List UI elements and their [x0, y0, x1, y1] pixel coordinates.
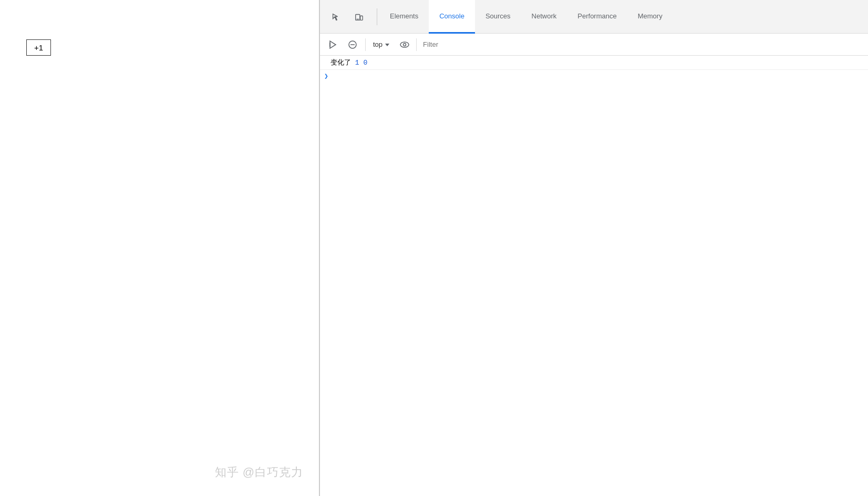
console-prompt-line[interactable]: ❯ [320, 70, 868, 82]
filter-input[interactable] [419, 38, 865, 51]
svg-point-9 [404, 43, 406, 46]
console-log-number-2: 0 [363, 59, 367, 67]
tab-sources[interactable]: Sources [475, 0, 521, 34]
tab-performance[interactable]: Performance [567, 0, 627, 34]
devtools-tab-bar: Elements Console Sources Network Perform… [320, 0, 868, 34]
live-expressions-button[interactable] [395, 36, 414, 53]
watermark: 知乎 @白巧克力 [215, 464, 303, 480]
console-log-text: 变化了 1 0 [320, 58, 367, 67]
execute-script-button[interactable] [323, 36, 342, 53]
svg-marker-7 [385, 44, 389, 46]
toolbar-divider [365, 38, 366, 51]
tab-divider [377, 8, 377, 25]
console-output: 变化了 1 0 ❯ [320, 56, 868, 496]
devtools-panel: Elements Console Sources Network Perform… [319, 0, 868, 496]
tab-network[interactable]: Network [521, 0, 567, 34]
tab-elements[interactable]: Elements [379, 0, 429, 34]
svg-point-8 [400, 42, 409, 47]
device-toolbar-button[interactable] [347, 5, 370, 28]
webpage-panel: +1 知乎 @白巧克力 [0, 0, 319, 496]
plus-one-button[interactable]: +1 [26, 39, 51, 56]
tab-memory[interactable]: Memory [627, 0, 673, 34]
tab-console[interactable]: Console [429, 0, 475, 34]
context-label: top [373, 40, 383, 48]
devtools-toolbar-icons [324, 5, 370, 28]
chevron-down-icon [385, 42, 390, 47]
clear-console-button[interactable] [343, 36, 362, 53]
context-selector[interactable]: top [369, 38, 394, 50]
console-chevron-icon: ❯ [324, 72, 328, 80]
console-toolbar: top [320, 34, 868, 56]
filter-separator [416, 38, 417, 51]
svg-rect-1 [360, 16, 363, 20]
console-log-number-1: 1 [355, 59, 359, 67]
console-log-entry: 变化了 1 0 [320, 56, 868, 70]
inspect-element-button[interactable] [324, 5, 347, 28]
svg-marker-3 [330, 41, 336, 48]
